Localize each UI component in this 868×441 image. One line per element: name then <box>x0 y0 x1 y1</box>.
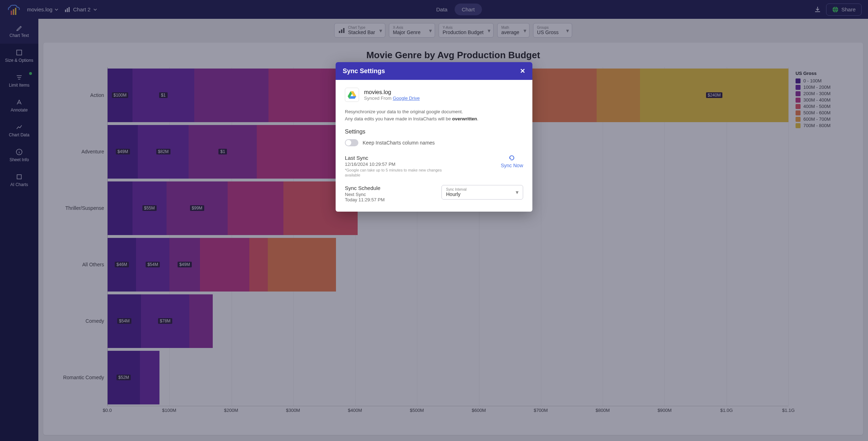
chevron-down-icon: ▾ <box>516 189 519 196</box>
interval-label: Sync Interval <box>446 187 519 191</box>
resync-description: Resynchronize your data to the original … <box>345 108 523 122</box>
sync-schedule-section: Sync Schedule Next Sync Today 11:29:57 P… <box>345 185 385 202</box>
last-sync-heading: Last Sync <box>345 155 444 161</box>
modal-header: Sync Settings ✕ <box>336 62 532 80</box>
sync-now-label: Sync Now <box>501 163 523 168</box>
last-sync-timestamp: 12/16/2024 10:29:57 PM <box>345 162 444 167</box>
last-sync-section: Last Sync 12/16/2024 10:29:57 PM *Google… <box>345 155 444 178</box>
modal-overlay[interactable]: Sync Settings ✕ movies.log Synced From G… <box>0 0 868 441</box>
settings-heading: Settings <box>345 129 523 135</box>
sync-interval-select[interactable]: Sync Interval Hourly ▾ <box>441 185 523 200</box>
toggle-label: Keep InstaCharts column names <box>363 140 435 146</box>
interval-value: Hourly <box>446 191 519 197</box>
keep-column-names-toggle[interactable] <box>345 139 358 146</box>
sync-settings-modal: Sync Settings ✕ movies.log Synced From G… <box>336 62 532 212</box>
google-drive-icon <box>345 88 359 102</box>
refresh-icon <box>509 155 515 161</box>
modal-title: Sync Settings <box>343 67 385 75</box>
synced-from: Synced From Google Drive <box>364 96 420 101</box>
close-icon[interactable]: ✕ <box>520 67 525 75</box>
last-sync-note: *Google can take up to 5 minutes to make… <box>345 168 444 178</box>
sync-file-name: movies.log <box>364 89 420 96</box>
next-sync-label: Next Sync <box>345 192 385 197</box>
sync-schedule-heading: Sync Schedule <box>345 185 385 191</box>
next-sync-timestamp: Today 11:29:57 PM <box>345 197 385 202</box>
google-drive-link[interactable]: Google Drive <box>393 96 420 101</box>
sync-now-button[interactable]: Sync Now <box>501 155 523 168</box>
